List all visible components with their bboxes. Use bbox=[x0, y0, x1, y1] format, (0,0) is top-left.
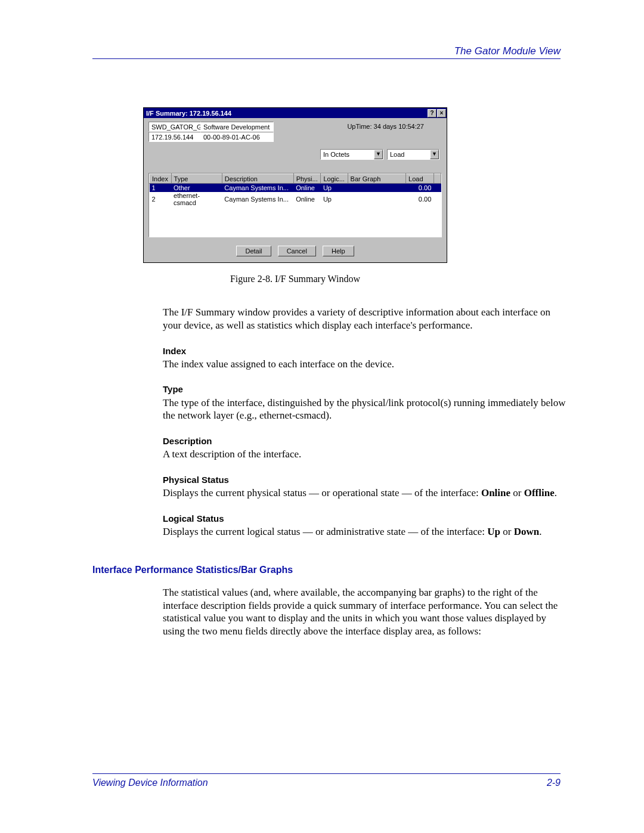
unit-dropdown-value: Load bbox=[388, 150, 430, 159]
col-spacer bbox=[434, 174, 441, 184]
section-heading: Interface Performance Statistics/Bar Gra… bbox=[92, 565, 566, 575]
close-icon[interactable]: × bbox=[437, 109, 446, 117]
table-row[interactable]: 1 Other Cayman Systems In... Online Up 0… bbox=[150, 184, 441, 192]
footer-right: 2-9 bbox=[547, 778, 561, 788]
def-description: A text description of the interface. bbox=[163, 448, 566, 461]
term-physical-status: Physical Status bbox=[163, 474, 566, 485]
col-description[interactable]: Description bbox=[222, 174, 293, 184]
uptime-label: UpTime: 34 days 10:54:27 bbox=[347, 122, 442, 132]
figure-window: I/F Summary: 172.19.56.144 ? × SWD_GATOR… bbox=[143, 107, 447, 263]
footer-left: Viewing Device Information bbox=[92, 778, 208, 788]
window-title: I/F Summary: 172.19.56.144 bbox=[146, 110, 427, 117]
def-index: The index value assigned to each interfa… bbox=[163, 358, 566, 371]
stat-dropdown-value: In Octets bbox=[321, 150, 374, 159]
term-type: Type bbox=[163, 383, 566, 395]
term-index: Index bbox=[163, 345, 566, 357]
detail-button[interactable]: Detail bbox=[236, 246, 271, 256]
table-header-row: Index Type Description Physi... Logic...… bbox=[150, 174, 441, 184]
intro-paragraph: The I/F Summary window provides a variet… bbox=[163, 306, 566, 332]
col-physi[interactable]: Physi... bbox=[293, 174, 321, 184]
term-logical-status: Logical Status bbox=[163, 513, 566, 524]
def-type: The type of the interface, distinguished… bbox=[163, 397, 566, 423]
header-rule bbox=[92, 58, 561, 59]
col-bargraph[interactable]: Bar Graph bbox=[348, 174, 405, 184]
window-body: SWD_GATOR_GB Software Development UpTime… bbox=[144, 118, 447, 262]
mac-field: 00-00-89-01-AC-06 bbox=[201, 132, 274, 142]
page-footer: Viewing Device Information 2-9 bbox=[92, 773, 561, 788]
def-logical-status: Displays the current logical status — or… bbox=[163, 525, 566, 538]
page-header-right: The Gator Module View bbox=[454, 45, 561, 57]
term-description: Description bbox=[163, 435, 566, 447]
section-body: The statistical values (and, where avail… bbox=[163, 586, 566, 638]
chevron-down-icon: ▼ bbox=[430, 150, 439, 159]
chevron-down-icon: ▼ bbox=[374, 150, 383, 159]
ip-field: 172.19.56.144 bbox=[148, 132, 201, 142]
if-summary-window: I/F Summary: 172.19.56.144 ? × SWD_GATOR… bbox=[143, 107, 447, 263]
info-row-2: 172.19.56.144 00-00-89-01-AC-06 bbox=[148, 132, 442, 142]
dropdown-row: In Octets ▼ Load ▼ bbox=[148, 149, 439, 160]
figure-caption: Figure 2-8. I/F Summary Window bbox=[143, 274, 447, 284]
unit-dropdown[interactable]: Load ▼ bbox=[387, 149, 439, 160]
col-logic[interactable]: Logic... bbox=[321, 174, 348, 184]
table-row[interactable]: 2 ethernet-csmacd Cayman Systems In... O… bbox=[150, 192, 441, 206]
help-icon[interactable]: ? bbox=[428, 109, 436, 117]
device-name-field: SWD_GATOR_GB bbox=[148, 122, 201, 132]
info-row-1: SWD_GATOR_GB Software Development UpTime… bbox=[148, 122, 442, 132]
def-physical-status: Displays the current physical status — o… bbox=[163, 487, 566, 500]
button-row: Detail Cancel Help bbox=[148, 246, 442, 256]
col-type[interactable]: Type bbox=[171, 174, 222, 184]
col-load[interactable]: Load bbox=[406, 174, 434, 184]
stat-dropdown[interactable]: In Octets ▼ bbox=[320, 149, 383, 160]
interface-table: Index Type Description Physi... Logic...… bbox=[148, 173, 442, 237]
device-desc-field: Software Development bbox=[201, 122, 274, 132]
titlebar: I/F Summary: 172.19.56.144 ? × bbox=[144, 108, 447, 118]
cancel-button[interactable]: Cancel bbox=[278, 246, 316, 256]
help-button[interactable]: Help bbox=[323, 246, 354, 256]
col-index[interactable]: Index bbox=[150, 174, 172, 184]
